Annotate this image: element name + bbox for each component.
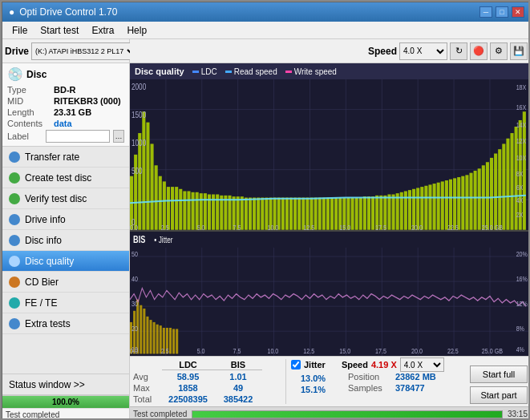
svg-rect-80 bbox=[396, 193, 399, 230]
left-panel: Drive (K:) ATAPI iHBS312 2 PL17 ⏏ 💿 Disc… bbox=[2, 39, 130, 420]
time-display: 33:15 bbox=[508, 410, 528, 418]
menu-starttest[interactable]: Start test bbox=[34, 23, 85, 38]
progress-text: 100.0% bbox=[2, 396, 129, 408]
svg-rect-105 bbox=[498, 149, 501, 230]
svg-text:2.5: 2.5 bbox=[161, 223, 169, 230]
svg-rect-91 bbox=[441, 181, 444, 229]
svg-rect-71 bbox=[359, 198, 362, 230]
total-ldc: 22508395 bbox=[162, 394, 214, 404]
svg-text:16%: 16% bbox=[516, 274, 528, 283]
menu-help[interactable]: Help bbox=[120, 23, 153, 38]
sidebar-item-create-test-disc[interactable]: Create test disc bbox=[2, 168, 129, 188]
jitter-checkbox[interactable] bbox=[291, 360, 301, 370]
start-part-button[interactable]: Start part bbox=[470, 386, 528, 404]
legend-write-dot bbox=[285, 71, 292, 73]
svg-text:10.0: 10.0 bbox=[267, 346, 278, 355]
save-button[interactable]: 💾 bbox=[510, 42, 528, 60]
disc-info-icon bbox=[9, 235, 20, 246]
sidebar-item-fe-te[interactable]: FE / TE bbox=[2, 293, 129, 313]
sidebar-item-disc-quality[interactable]: Disc quality bbox=[2, 251, 129, 272]
speed-select-top[interactable]: 4.0 X bbox=[399, 42, 447, 60]
speed-select-stat[interactable]: 4.0 X bbox=[400, 357, 444, 372]
chart-lower: BIS ▪ Jitter bbox=[130, 232, 530, 356]
upper-chart-svg: 2000 1500 1000 500 0 0.0 2.5 5.0 7.5 10.… bbox=[130, 79, 530, 230]
svg-rect-157 bbox=[140, 305, 142, 353]
svg-text:18X: 18X bbox=[516, 83, 527, 91]
svg-rect-61 bbox=[318, 198, 322, 230]
transfer-rate-label: Transfer rate bbox=[25, 151, 79, 163]
mid-val: RITEKBR3 (000) bbox=[54, 96, 121, 106]
transfer-rate-icon bbox=[9, 151, 20, 163]
svg-text:10X: 10X bbox=[516, 153, 527, 162]
svg-rect-100 bbox=[478, 168, 481, 229]
legend-ldc: LDC bbox=[192, 67, 217, 76]
sidebar-item-disc-info[interactable]: Disc info bbox=[2, 230, 129, 251]
sidebar-item-extra-tests[interactable]: Extra tests bbox=[2, 313, 129, 334]
status-msg: Test completed bbox=[6, 410, 59, 419]
extra-tests-label: Extra tests bbox=[25, 318, 71, 329]
svg-text:22.5: 22.5 bbox=[447, 346, 459, 355]
maximize-button[interactable]: □ bbox=[496, 6, 508, 18]
svg-text:30: 30 bbox=[131, 299, 138, 308]
samples-val: 378477 bbox=[395, 383, 425, 393]
speed-label-stat: Speed bbox=[342, 360, 368, 370]
disc-panel: 💿 Disc Type BD-R MID RITEKBR3 (000) Leng… bbox=[2, 63, 129, 147]
svg-rect-73 bbox=[367, 196, 370, 230]
burn-button[interactable]: 🔴 bbox=[470, 42, 488, 60]
menu-file[interactable]: File bbox=[6, 23, 34, 38]
sidebar-item-verify-test-disc[interactable]: Verify test disc bbox=[2, 188, 129, 209]
svg-rect-28 bbox=[183, 191, 186, 229]
refresh-button[interactable]: ↻ bbox=[450, 42, 467, 60]
svg-text:4%: 4% bbox=[516, 344, 525, 353]
chart-upper: 2000 1500 1000 500 0 0.0 2.5 5.0 7.5 10.… bbox=[130, 79, 530, 232]
status-text: Test completed bbox=[2, 408, 129, 420]
buttons-area: Start full Start part bbox=[465, 359, 528, 404]
svg-rect-166 bbox=[169, 328, 172, 353]
svg-rect-54 bbox=[289, 198, 293, 230]
overall-progress-bar bbox=[192, 410, 503, 418]
svg-rect-47 bbox=[261, 198, 264, 230]
svg-rect-22 bbox=[159, 176, 162, 230]
svg-rect-159 bbox=[146, 317, 148, 354]
svg-rect-20 bbox=[151, 143, 154, 229]
chart-top-bar: Disc quality LDC Read speed Write speed bbox=[130, 63, 530, 79]
app-title: Opti Drive Control 1.70 bbox=[19, 6, 117, 18]
svg-rect-103 bbox=[490, 158, 493, 230]
settings-button[interactable]: ⚙ bbox=[490, 42, 508, 60]
svg-text:22.5: 22.5 bbox=[447, 223, 459, 230]
svg-text:10.0: 10.0 bbox=[267, 223, 278, 230]
bis-header: BIS bbox=[214, 360, 262, 370]
close-button[interactable]: ✕ bbox=[512, 6, 524, 18]
sidebar-item-cd-bier[interactable]: CD Bier bbox=[2, 272, 129, 293]
right-header: Speed 4.0 X ↻ 🔴 ⚙ 💾 bbox=[130, 39, 530, 63]
sidebar-item-drive-info[interactable]: Drive info bbox=[2, 209, 129, 230]
svg-text:2.5: 2.5 bbox=[161, 346, 169, 355]
svg-rect-74 bbox=[371, 196, 374, 230]
svg-rect-63 bbox=[326, 198, 330, 230]
length-val: 23.31 GB bbox=[54, 107, 91, 117]
sidebar-item-transfer-rate[interactable]: Transfer rate bbox=[2, 147, 129, 168]
stats-main: Avg Max Total LDC 58.95 1858 22508395 bbox=[133, 359, 282, 404]
avg-ldc: 58.95 bbox=[162, 372, 214, 382]
app-content: Drive (K:) ATAPI iHBS312 2 PL17 ⏏ 💿 Disc… bbox=[2, 39, 530, 420]
svg-rect-45 bbox=[253, 198, 256, 230]
svg-text:4X: 4X bbox=[516, 196, 524, 204]
label-browse-button[interactable]: … bbox=[113, 130, 124, 143]
svg-rect-167 bbox=[172, 329, 175, 353]
start-full-button[interactable]: Start full bbox=[470, 365, 528, 383]
menu-extra[interactable]: Extra bbox=[85, 23, 120, 38]
svg-text:15.0: 15.0 bbox=[339, 346, 350, 355]
svg-text:BIS: BIS bbox=[133, 233, 145, 244]
fe-te-label: FE / TE bbox=[25, 297, 57, 309]
svg-rect-70 bbox=[355, 198, 358, 230]
svg-rect-98 bbox=[469, 173, 472, 230]
label-input[interactable] bbox=[46, 130, 110, 143]
svg-text:25.0 GB: 25.0 GB bbox=[482, 346, 503, 355]
drive-select[interactable]: (K:) ATAPI iHBS312 2 PL17 bbox=[31, 42, 138, 60]
minimize-button[interactable]: ─ bbox=[479, 6, 492, 18]
svg-text:12X: 12X bbox=[516, 136, 527, 145]
svg-rect-27 bbox=[179, 189, 182, 230]
status-window-button[interactable]: Status window >> bbox=[2, 374, 129, 395]
svg-rect-38 bbox=[224, 196, 227, 230]
samples-label: Samples bbox=[348, 383, 392, 393]
